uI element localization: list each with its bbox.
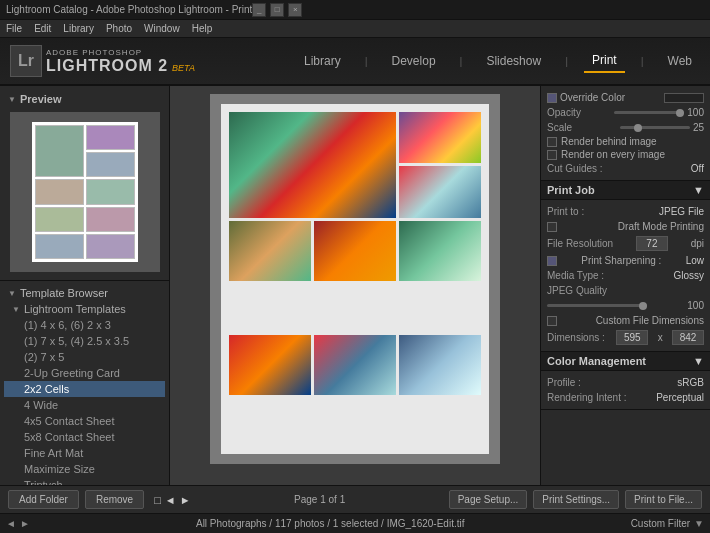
media-type-dropdown[interactable]: Glossy (673, 270, 704, 281)
print-settings-button[interactable]: Print Settings... (533, 490, 619, 509)
back-icon[interactable]: ◄ (165, 494, 176, 506)
profile-dropdown[interactable]: sRGB (677, 377, 704, 388)
maximize-button[interactable]: □ (270, 3, 284, 17)
checkbox-icon[interactable]: □ (154, 494, 161, 506)
preview-cell-3 (86, 152, 135, 177)
print-canvas (210, 94, 500, 464)
jpeg-quality-row: JPEG Quality (547, 283, 704, 298)
override-color-checkbox[interactable] (547, 93, 557, 103)
jpeg-quality-thumb[interactable] (639, 302, 647, 310)
print-sharpening-row: Print Sharpening : Low (547, 253, 704, 268)
minimize-button[interactable]: _ (252, 3, 266, 17)
page-setup-button[interactable]: Page Setup... (449, 490, 528, 509)
template-item-3[interactable]: 2-Up Greeting Card (4, 365, 165, 381)
menu-library[interactable]: Library (63, 23, 94, 34)
print-sharp-checkbox[interactable] (547, 256, 557, 266)
render-behind-checkbox[interactable] (547, 137, 557, 147)
dimensions-row: Dimensions : 595 x 842 (547, 328, 704, 347)
template-item-5[interactable]: 4 Wide (4, 397, 165, 413)
scale-slider[interactable] (620, 126, 690, 129)
cut-guides-dropdown[interactable]: Off (691, 163, 704, 174)
opacity-slider[interactable] (614, 111, 684, 114)
forward-icon[interactable]: ► (180, 494, 191, 506)
preview-cell-4 (35, 179, 84, 204)
jpeg-quality-slider[interactable] (547, 304, 647, 307)
logo-icon: Lr (10, 45, 42, 77)
template-item-2[interactable]: (2) 7 x 5 (4, 349, 165, 365)
rendering-intent-dropdown[interactable]: Perceptual (656, 392, 704, 403)
custom-dim-row: Custom File Dimensions (547, 313, 704, 328)
preview-header[interactable]: ▼ Preview (4, 90, 165, 108)
media-type-row: Media Type : Glossy (547, 268, 704, 283)
template-item-9[interactable]: Maximize Size (4, 461, 165, 477)
menu-edit[interactable]: Edit (34, 23, 51, 34)
template-item-4[interactable]: 2x2 Cells (4, 381, 165, 397)
print-sharp-dropdown[interactable]: Low (686, 255, 704, 266)
custom-dim-checkbox[interactable] (547, 316, 557, 326)
nav-sep-2: | (460, 55, 463, 67)
template-item-7[interactable]: 5x8 Contact Sheet (4, 429, 165, 445)
photo-cell-small-1 (399, 166, 481, 217)
filmstrip-filter: Custom Filter (631, 518, 690, 529)
photo-cell-4-1 (229, 335, 311, 395)
preview-arrow-icon: ▼ (8, 95, 16, 104)
template-browser-header[interactable]: ▼ Template Browser (4, 285, 165, 301)
dim-height-input[interactable]: 842 (672, 330, 704, 345)
tab-slideshow[interactable]: Slideshow (478, 50, 549, 72)
menu-file[interactable]: File (6, 23, 22, 34)
photo-cell-tulips-large (229, 112, 396, 218)
menubar: File Edit Library Photo Window Help (0, 20, 710, 38)
menu-photo[interactable]: Photo (106, 23, 132, 34)
scale-thumb[interactable] (634, 124, 642, 132)
template-item-10[interactable]: Triptych (4, 477, 165, 485)
photo-cell-3-2 (314, 221, 396, 281)
override-color-label: Override Color (547, 92, 625, 103)
filmstrip-back-icon[interactable]: ◄ (6, 518, 16, 529)
lightroom-templates-header[interactable]: ▼ Lightroom Templates (4, 301, 165, 317)
menu-help[interactable]: Help (192, 23, 213, 34)
close-button[interactable]: × (288, 3, 302, 17)
tab-develop[interactable]: Develop (384, 50, 444, 72)
add-folder-button[interactable]: Add Folder (8, 490, 79, 509)
preview-canvas (10, 112, 160, 272)
dim-width-input[interactable]: 595 (616, 330, 648, 345)
remove-button[interactable]: Remove (85, 490, 144, 509)
opacity-thumb[interactable] (676, 109, 684, 117)
nav-sep-3: | (565, 55, 568, 67)
color-mgmt-header[interactable]: Color Management ▼ (541, 352, 710, 371)
print-to-dropdown[interactable]: JPEG File (659, 206, 704, 217)
tab-print[interactable]: Print (584, 49, 625, 73)
filmstrip-nav: ◄ ► (6, 518, 30, 529)
print-job-section: Print to : JPEG File Draft Mode Printing… (541, 200, 710, 352)
titlebar: Lightroom Catalog - Adobe Photoshop Ligh… (0, 0, 710, 20)
tab-web[interactable]: Web (660, 50, 700, 72)
opacity-slider-container: 100 (614, 107, 704, 118)
print-job-header[interactable]: Print Job ▼ (541, 181, 710, 200)
template-browser: ▼ Template Browser ▼ Lightroom Templates… (0, 281, 169, 485)
preview-cell-5 (86, 179, 135, 204)
file-resolution-input[interactable]: 72 (636, 236, 668, 251)
filmstrip-filter-icon[interactable]: ▼ (694, 518, 704, 529)
draft-mode-checkbox[interactable] (547, 222, 557, 232)
logo: Lr ADOBE PHOTOSHOP LIGHTROOM 2 BETA (10, 45, 195, 77)
menu-window[interactable]: Window (144, 23, 180, 34)
window-controls[interactable]: _ □ × (252, 3, 302, 17)
override-color-swatch[interactable] (664, 93, 704, 103)
override-color-row: Override Color (547, 90, 704, 105)
opacity-row: Opacity 100 (547, 105, 704, 120)
template-item-0[interactable]: (1) 4 x 6, (6) 2 x 3 (4, 317, 165, 333)
filmstrip-navbar: ◄ ► All Photographs / 117 photos / 1 sel… (0, 513, 710, 533)
nav-controls: □ ◄ ► (154, 494, 190, 506)
render-every-checkbox[interactable] (547, 150, 557, 160)
template-item-8[interactable]: Fine Art Mat (4, 445, 165, 461)
tab-library[interactable]: Library (296, 50, 349, 72)
filmstrip-fwd-icon[interactable]: ► (20, 518, 30, 529)
print-to-file-button[interactable]: Print to File... (625, 490, 702, 509)
template-item-1[interactable]: (1) 7 x 5, (4) 2.5 x 3.5 (4, 333, 165, 349)
photo-cell-3-1 (229, 221, 311, 281)
profile-row: Profile : sRGB (547, 375, 704, 390)
titlebar-title: Lightroom Catalog - Adobe Photoshop Ligh… (6, 4, 252, 15)
logo-name: LIGHTROOM 2 (46, 57, 168, 75)
preview-cell-6 (35, 207, 84, 232)
template-item-6[interactable]: 4x5 Contact Sheet (4, 413, 165, 429)
